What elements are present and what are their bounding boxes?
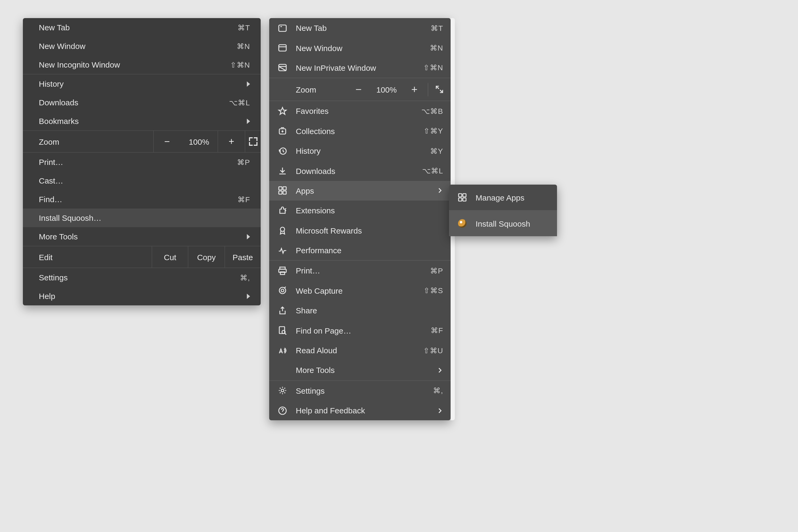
chevron-right-icon <box>437 407 443 414</box>
menu-item-new-window[interactable]: New Window ⌘N <box>269 38 451 58</box>
svg-rect-31 <box>459 198 462 201</box>
svg-point-16 <box>280 227 285 231</box>
menu-item-find[interactable]: Find on Page… ⌘F <box>269 321 451 341</box>
menu-item-label: New Tab <box>296 24 431 32</box>
menu-item-history[interactable]: History <box>23 75 261 93</box>
menu-item-web-capture[interactable]: Web Capture ⇧⌘S <box>269 281 451 301</box>
zoom-label: Zoom <box>296 86 328 93</box>
download-icon <box>277 166 288 175</box>
menu-item-new-inprivate[interactable]: New InPrivate Window ⇧⌘N <box>269 58 451 78</box>
menu-item-bookmarks[interactable]: Bookmarks <box>23 112 261 130</box>
menu-item-new-tab[interactable]: New Tab ⌘T <box>23 18 261 37</box>
shortcut: ⌘T <box>238 24 250 31</box>
menu-item-help[interactable]: Help and Feedback <box>269 401 451 421</box>
svg-rect-13 <box>283 187 286 190</box>
fullscreen-button[interactable] <box>245 131 261 152</box>
menu-item-label: Print… <box>39 158 237 166</box>
menu-item-label: New Tab <box>39 23 238 32</box>
menu-item-settings[interactable]: Settings ⌘, <box>269 381 451 401</box>
menu-item-label: Extensions <box>296 207 443 215</box>
shortcut: ⌘P <box>237 158 250 166</box>
menu-item-label: Print… <box>296 267 430 275</box>
menu-item-collections[interactable]: Collections ⇧⌘Y <box>269 121 451 141</box>
zoom-value: 100% <box>180 131 217 152</box>
menu-item-find[interactable]: Find… ⌘F <box>23 190 261 209</box>
menu-item-label: Favorites <box>296 107 421 115</box>
rewards-icon <box>277 226 288 235</box>
menu-item-label: More Tools <box>39 232 247 241</box>
menu-item-label: Bookmarks <box>39 117 247 125</box>
shortcut: ⇧⌘U <box>423 347 443 354</box>
menu-item-label: Manage Apps <box>476 193 550 201</box>
menu-item-print[interactable]: Print… ⌘P <box>23 153 261 171</box>
find-icon <box>277 326 288 335</box>
menu-item-extensions[interactable]: Extensions <box>269 201 451 221</box>
menu-item-label: Install Squoosh <box>476 220 550 227</box>
menu-item-new-window[interactable]: New Window ⌘N <box>23 37 261 55</box>
menu-item-more-tools[interactable]: More Tools <box>23 227 261 246</box>
cut-button[interactable]: Cut <box>152 246 188 268</box>
shortcut: ⌘N <box>237 42 250 50</box>
menu-item-help[interactable]: Help <box>23 287 261 305</box>
menu-item-new-tab[interactable]: New Tab ⌘T <box>269 18 451 38</box>
shortcut: ⌘Y <box>430 147 443 155</box>
chevron-right-icon <box>437 367 443 374</box>
menu-item-new-incognito[interactable]: New Incognito Window ⇧⌘N <box>23 55 261 74</box>
menu-item-install-app[interactable]: Install Squoosh… <box>23 209 261 227</box>
menu-item-print[interactable]: Print… ⌘P <box>269 261 451 281</box>
copy-button[interactable]: Copy <box>188 246 225 268</box>
performance-icon <box>277 246 288 255</box>
menu-item-label: Install Squoosh… <box>39 214 250 222</box>
menu-item-label: Settings <box>296 387 433 395</box>
gear-icon <box>277 386 288 396</box>
paste-button[interactable]: Paste <box>224 246 261 268</box>
menu-item-label: New InPrivate Window <box>296 64 423 72</box>
svg-rect-19 <box>280 272 285 274</box>
menu-item-apps[interactable]: Apps <box>269 180 451 201</box>
menu-item-downloads[interactable]: Downloads ⌥⌘L <box>269 161 451 181</box>
menu-item-cast[interactable]: Cast… <box>23 171 261 190</box>
history-icon <box>277 146 288 156</box>
menu-item-history[interactable]: History ⌘Y <box>269 141 451 161</box>
menu-item-share[interactable]: Share <box>269 301 451 321</box>
menu-item-read-aloud[interactable]: Read Aloud ⇧⌘U <box>269 341 451 360</box>
zoom-in-button[interactable]: + <box>401 78 428 100</box>
fullscreen-button[interactable] <box>428 78 451 100</box>
shortcut: ⌘F <box>431 327 443 334</box>
menu-item-label: Settings <box>39 273 240 281</box>
svg-rect-30 <box>463 194 466 197</box>
shortcut: ⌘, <box>433 387 443 395</box>
menu-item-downloads[interactable]: Downloads ⌥⌘L <box>23 93 261 112</box>
shortcut: ⌘F <box>238 195 250 203</box>
svg-point-20 <box>279 288 286 294</box>
zoom-in-button[interactable]: + <box>217 131 245 152</box>
menu-item-favorites[interactable]: Favorites ⌥⌘B <box>269 101 451 121</box>
new-tab-icon <box>277 23 288 33</box>
menu-item-more-tools[interactable]: More Tools <box>269 360 451 380</box>
menu-item-settings[interactable]: Settings ⌘, <box>23 268 261 287</box>
menu-item-label: Microsoft Rewards <box>296 226 443 234</box>
svg-rect-12 <box>279 187 282 190</box>
fullscreen-icon <box>249 137 257 146</box>
menu-item-manage-apps[interactable]: Manage Apps <box>449 185 557 210</box>
share-icon <box>277 306 288 316</box>
menu-item-label: Read Aloud <box>296 346 423 354</box>
zoom-label: Zoom <box>23 137 153 146</box>
read-aloud-icon <box>277 345 288 355</box>
apps-icon <box>277 186 288 195</box>
menu-item-label: Help and Feedback <box>296 406 437 414</box>
menu-item-performance[interactable]: Performance <box>269 241 451 261</box>
submenu-arrow-icon <box>247 293 250 299</box>
edit-label: Edit <box>23 246 152 268</box>
shortcut: ⌘, <box>240 274 250 281</box>
svg-rect-15 <box>283 191 286 194</box>
menu-item-label: New Incognito Window <box>39 61 230 69</box>
window-icon <box>277 43 288 53</box>
zoom-out-button[interactable]: − <box>153 131 180 152</box>
shortcut: ⇧⌘Y <box>423 128 443 135</box>
shortcut: ⌥⌘L <box>229 99 250 106</box>
extensions-icon <box>277 206 288 215</box>
zoom-out-button[interactable]: − <box>345 78 372 100</box>
menu-item-install-app[interactable]: Install Squoosh <box>449 211 557 236</box>
menu-item-rewards[interactable]: Microsoft Rewards <box>269 221 451 241</box>
